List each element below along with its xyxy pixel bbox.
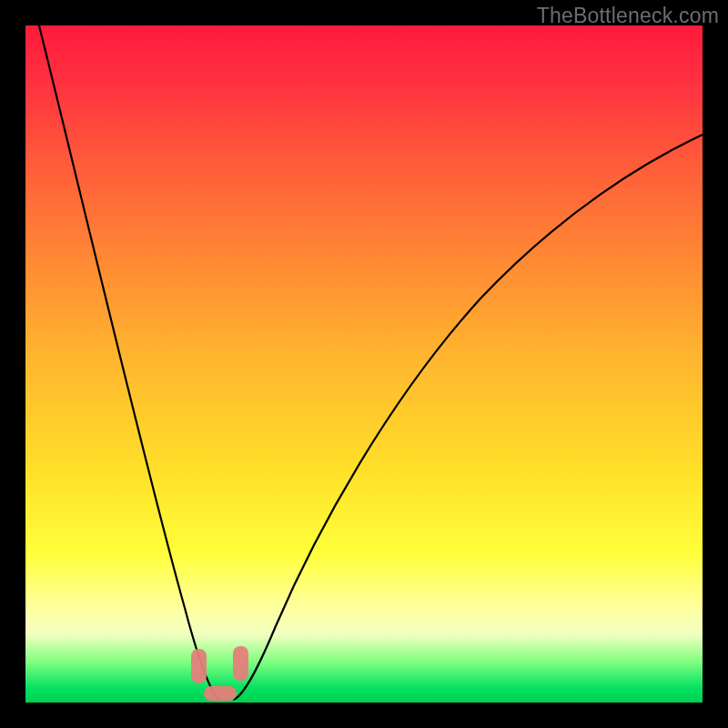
- chart-overlay: [25, 25, 703, 703]
- bottleneck-curve-left: [35, 7, 220, 700]
- right-minimum-marker: [233, 646, 248, 681]
- watermark-text: TheBottleneck.com: [537, 4, 719, 28]
- bottleneck-curve-right: [233, 135, 703, 700]
- left-minimum-marker: [191, 649, 207, 683]
- trough-marker: [204, 686, 237, 701]
